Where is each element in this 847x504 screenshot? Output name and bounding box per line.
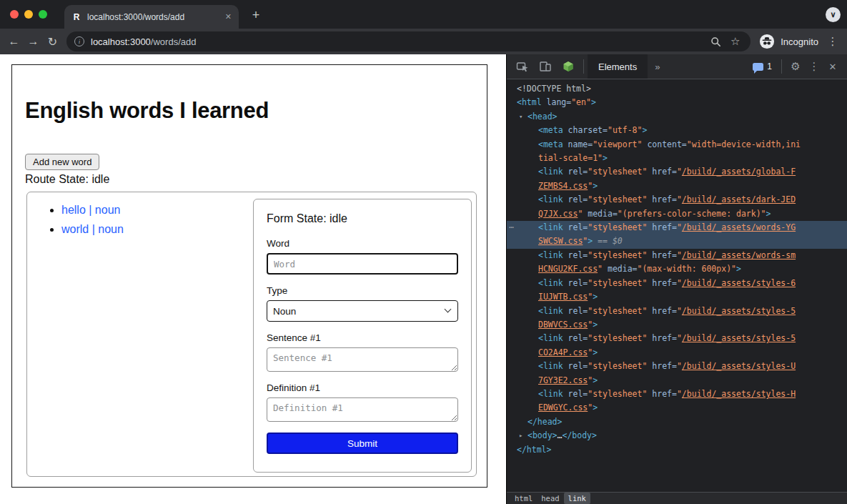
code-line[interactable]: <link rel="stylesheet" href="/build/_ass… (507, 360, 847, 373)
node-menu-icon[interactable]: ⋯ (509, 221, 515, 234)
stylesheet-href-link[interactable]: IUJWTB.css (538, 292, 588, 302)
code-token (563, 389, 568, 399)
fullscreen-window-button[interactable] (39, 10, 47, 19)
code-token: <link (538, 306, 563, 316)
devtools-close-icon[interactable]: ✕ (823, 61, 843, 72)
code-line[interactable]: ▸<body>…</body> (507, 429, 847, 443)
new-tab-button[interactable]: + (247, 7, 264, 24)
stylesheet-href-link[interactable]: /build/_assets/styles-5 (682, 333, 796, 343)
breadcrumb-item[interactable]: head (537, 493, 563, 504)
zoom-icon[interactable] (706, 36, 725, 47)
definition-textarea[interactable] (267, 397, 458, 422)
issues-badge[interactable]: 1 (753, 61, 772, 71)
code-token: rel= (568, 167, 588, 177)
type-select[interactable]: Noun (267, 300, 458, 322)
code-token: content= (647, 139, 686, 149)
device-toolbar-icon[interactable] (534, 54, 557, 79)
minimize-window-button[interactable] (24, 10, 33, 19)
inspect-element-icon[interactable] (511, 54, 534, 79)
stylesheet-href-link[interactable]: /build/_assets/styles-U (682, 361, 796, 371)
stylesheet-href-link[interactable]: /build/_assets/words-sm (682, 250, 796, 260)
expand-arrow-icon[interactable]: ▸ (519, 429, 522, 443)
collapse-arrow-icon[interactable]: ▾ (519, 110, 522, 124)
code-token: " (677, 333, 682, 343)
word-form: Form State: idle Word Type Noun Sentence… (253, 199, 472, 473)
code-line[interactable]: tial-scale=1"> (507, 152, 847, 165)
code-line[interactable]: <meta charset="utf-8"> (507, 124, 847, 137)
back-button[interactable]: ← (4, 35, 24, 48)
code-line[interactable]: <link rel="stylesheet" href="/build/_ass… (507, 277, 847, 290)
stylesheet-href-link[interactable]: SWCSW.css (538, 236, 583, 246)
tab-search-button[interactable]: ∨ (826, 7, 841, 22)
stylesheet-href-link[interactable]: /build/_assets/global-F (682, 167, 796, 177)
code-line[interactable]: <html lang="en"> (507, 96, 847, 109)
code-line[interactable]: </html> (507, 443, 847, 457)
code-line[interactable]: CO2A4P.css"> (507, 346, 847, 360)
code-line[interactable]: <!DOCTYPE html> (507, 82, 847, 96)
breadcrumb-item[interactable]: link (564, 493, 590, 504)
sentence-textarea[interactable] (267, 347, 458, 372)
code-line[interactable]: ⋯<link rel="stylesheet" href="/build/_as… (507, 221, 847, 234)
submit-button[interactable]: Submit (267, 433, 458, 454)
code-token: rel= (568, 306, 588, 316)
code-line[interactable]: <link rel="stylesheet" href="/build/_ass… (507, 387, 847, 401)
devtools-menu-icon[interactable]: ⋮ (806, 60, 823, 73)
stylesheet-href-link[interactable]: CO2A4P.css (538, 347, 588, 357)
code-line[interactable]: EDWGYC.css"> (507, 401, 847, 415)
reload-button[interactable]: ↻ (43, 35, 62, 49)
stylesheet-href-link[interactable]: Q7JX.css (538, 209, 578, 219)
code-token: tial-scale=1" (538, 153, 603, 163)
code-line[interactable]: <link rel="stylesheet" href="/build/_ass… (507, 249, 847, 262)
code-line[interactable]: Q7JX.css" media="(prefers-color-scheme: … (507, 207, 847, 221)
code-token (563, 250, 568, 260)
stylesheet-href-link[interactable]: /build/_assets/styles-H (682, 389, 796, 399)
code-line[interactable]: 7GY3E2.css"> (507, 374, 847, 387)
stylesheet-href-link[interactable]: 7GY3E2.css (538, 375, 588, 385)
settings-gear-icon[interactable]: ⚙ (786, 60, 806, 73)
code-line[interactable]: ZEMBS4.css"> (507, 179, 847, 193)
code-line[interactable]: <link rel="stylesheet" href="/build/_ass… (507, 165, 847, 179)
browser-tab[interactable]: R localhost:3000/words/add ✕ (64, 5, 239, 29)
address-bar[interactable]: i localhost:3000/words/add ☆ (66, 31, 751, 51)
stylesheet-href-link[interactable]: /build/_assets/dark-JED (682, 194, 796, 204)
bookmark-star-icon[interactable]: ☆ (725, 35, 745, 48)
code-token: href= (652, 306, 677, 316)
extension-cube-icon[interactable] (557, 54, 580, 79)
word-link[interactable]: world | noun (61, 223, 124, 235)
code-line[interactable]: </head> (507, 415, 847, 429)
code-token: <link (538, 250, 563, 260)
stylesheet-href-link[interactable]: EDWGYC.css (538, 402, 588, 412)
code-line[interactable]: <link rel="stylesheet" href="/build/_ass… (507, 332, 847, 345)
definition-label: Definition #1 (267, 382, 458, 393)
code-line[interactable]: ▾<head> (507, 110, 847, 124)
stylesheet-href-link[interactable]: /build/_assets/styles-5 (682, 306, 796, 316)
code-token: > (593, 181, 598, 191)
forward-button[interactable]: → (24, 35, 43, 48)
stylesheet-href-link[interactable]: /build/_assets/styles-6 (682, 278, 796, 288)
code-line[interactable]: SWCSW.css"> == $0 (507, 234, 847, 248)
word-input[interactable] (267, 253, 458, 275)
code-line[interactable]: <meta name="viewport" content="width=dev… (507, 138, 847, 152)
breadcrumb-item[interactable]: html (510, 493, 537, 504)
more-tabs-button[interactable]: » (648, 61, 667, 72)
code-line[interactable]: HCNGU2KF.css" media="(max-width: 600px)"… (507, 262, 847, 276)
stylesheet-href-link[interactable]: DBWVCS.css (538, 320, 588, 330)
stylesheet-href-link[interactable]: ZEMBS4.css (538, 181, 588, 191)
site-info-icon[interactable]: i (74, 36, 84, 46)
code-token: " (677, 167, 682, 177)
code-token: href= (652, 361, 677, 371)
stylesheet-href-link[interactable]: HCNGU2KF.css (538, 264, 598, 274)
code-line[interactable]: <link rel="stylesheet" href="/build/_ass… (507, 305, 847, 318)
code-line[interactable]: DBWVCS.css"> (507, 318, 847, 332)
word-link[interactable]: hello | noun (61, 204, 120, 216)
code-line[interactable]: IUJWTB.css"> (507, 290, 847, 304)
tab-elements[interactable]: Elements (588, 54, 648, 79)
add-new-word-button[interactable]: Add new word (25, 154, 99, 170)
issues-bubble-icon (753, 63, 763, 71)
close-window-button[interactable] (10, 10, 19, 19)
tab-close-icon[interactable]: ✕ (225, 12, 232, 21)
code-line[interactable]: <link rel="stylesheet" href="/build/_ass… (507, 193, 847, 207)
code-token: "stylesheet" (588, 222, 647, 232)
browser-menu-button[interactable]: ⋮ (826, 35, 840, 48)
stylesheet-href-link[interactable]: /build/_assets/words-YG (682, 222, 796, 232)
